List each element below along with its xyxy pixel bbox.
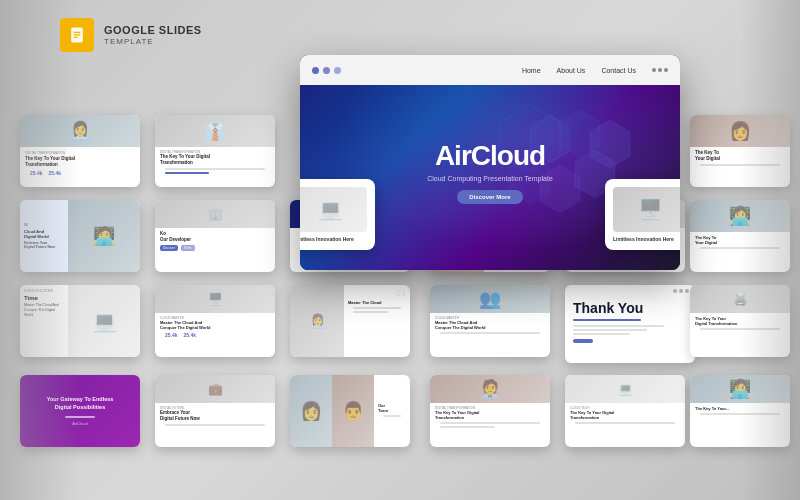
slide-2-title: The Key To Your DigitalTransformation [160, 154, 270, 166]
main-slide-background: 💻 Limitless Innovation Here AirCloud Clo… [300, 85, 680, 270]
slide-17-line [165, 424, 265, 426]
slide-9-line [700, 247, 780, 249]
slide-card-10: Cloud Solutions Time Master The Cloud An… [20, 285, 140, 357]
slide-16-sub: AirCloud [72, 421, 87, 426]
slide-1-title: The Key To Your DigitalTransformation [25, 156, 135, 168]
slide-card-13: 👥 CLOUD MASTER Master The Cloud AndConqu… [430, 285, 550, 357]
slide-1-image: 👩‍💼 [20, 115, 140, 147]
header: GOOGLE SLIDES TEMPLATE [60, 18, 202, 52]
floating-card-right-image: 🖥️ [613, 187, 680, 232]
slide-13-line [440, 332, 540, 334]
svg-rect-1 [74, 32, 81, 33]
slide-20-body: CLOUD TECH The Key To Your DigitalTransf… [565, 403, 685, 429]
header-text: GOOGLE SLIDES TEMPLATE [104, 24, 202, 46]
aircloud-subtitle: Cloud Computing Presentation Template [390, 175, 590, 182]
slide-20-image: 💻 [565, 375, 685, 403]
slide-card-15: 🖨️ The Key To YourDigital Transformation [690, 285, 790, 357]
slide-12-line2 [353, 311, 388, 313]
slide-21-image: 👩‍💻 [690, 375, 790, 403]
google-slides-icon [60, 18, 94, 52]
slide-card-11: 🖥️ CLOUD MASTER Master The Cloud AndConq… [155, 285, 275, 357]
ty-dot-3 [685, 289, 689, 293]
nav-home[interactable]: Home [522, 67, 541, 74]
slide-12-content: 01 Master The Cloud [344, 285, 410, 357]
slide-17-title: Embrace YourDigital Future Now [160, 410, 270, 422]
slide-2-image: 👔 [155, 115, 275, 147]
slide-12-number: 01 [348, 289, 406, 298]
slide-19-line2 [440, 426, 495, 428]
slide-21-title: The Key To Your... [695, 406, 785, 411]
slide-11-stat2: 25.4k [184, 332, 197, 338]
slide-card-5: 🏢 KoOur Developer Discover Slides [155, 200, 275, 272]
slide-10-inner: Cloud Solutions Time Master The Cloud An… [20, 285, 140, 357]
slide-12-line [353, 307, 401, 309]
ty-dot-2 [679, 289, 683, 293]
slide-11-body: CLOUD MASTER Master The Cloud AndConquer… [155, 313, 275, 343]
slide-card-17: 💼 DIGITAL FUTURE Embrace YourDigital Fut… [155, 375, 275, 447]
slide-18-line [383, 415, 401, 417]
nav-dots [312, 67, 341, 74]
slide-5-body: KoOur Developer Discover Slides [155, 228, 275, 254]
slide-12-title: Master The Cloud [348, 300, 406, 305]
slide-4-body: Embrace YourDigital Future Now [24, 241, 64, 249]
slide-5-title: KoOur Developer [160, 231, 270, 243]
slide-15-body: The Key To YourDigital Transformation [690, 313, 790, 335]
slide-21-line [700, 413, 780, 415]
thank-you-accent [573, 339, 593, 343]
nav-about[interactable]: About Us [557, 67, 586, 74]
main-slide: Home About Us Contact Us [300, 55, 680, 270]
slide-10-tag: Cloud Solutions [24, 289, 64, 293]
slide-4-title: Cloud AndDigital World [24, 229, 64, 239]
slide-1-stats: 25.4k 25.4k [25, 168, 135, 178]
floating-card-right: 🖥️ Limitless Innovation Here [605, 179, 680, 251]
slide-5-btn1: Discover [160, 245, 178, 251]
floating-card-left-text: Limitless Innovation Here [300, 236, 367, 243]
slide-9-body: The Key ToYour Digital [690, 232, 790, 254]
slide-3-body: The Key ToYour Digital [690, 147, 790, 171]
slide-18-inner: 👩 👨 OurTeam [290, 375, 410, 447]
nav-links: Home About Us Contact Us [522, 67, 636, 74]
slide-11-image: 🖥️ [155, 285, 275, 313]
thank-you-line [573, 319, 641, 321]
slide-card-19: 🧑‍💼 DIGITAL TRANSFORMATION The Key To Yo… [430, 375, 550, 447]
slide-16-line [65, 416, 95, 418]
slide-17-image: 💼 [155, 375, 275, 403]
slide-card-1: 👩‍💼 DIGITAL TRANSFORMATION The Key To Yo… [20, 115, 140, 187]
slide-card-3: 👩 The Key ToYour Digital [690, 115, 790, 187]
ty-text-line-1 [573, 325, 664, 327]
ty-dot-1 [673, 289, 677, 293]
slide-19-title: The Key To Your DigitalTransformation [435, 410, 545, 420]
slide-17-body: DIGITAL FUTURE Embrace YourDigital Futur… [155, 403, 275, 431]
slide-19-image: 🧑‍💼 [430, 375, 550, 403]
floating-card-left: 💻 Limitless Innovation Here [300, 179, 375, 251]
slide-card-20: 💻 CLOUD TECH The Key To Your DigitalTran… [565, 375, 685, 447]
slide-11-stat1: 25.4k [165, 332, 178, 338]
header-subtitle: TEMPLATE [104, 37, 202, 46]
slide-1-stat-1: 25.4k [30, 170, 43, 176]
slide-13-body: CLOUD MASTER Master The Cloud AndConquer… [430, 313, 550, 339]
slide-1-stat-2: 25.4k [49, 170, 62, 176]
slide-4-left: 09 Cloud AndDigital World Embrace YourDi… [20, 200, 68, 272]
slide-10-image: 💻 [68, 285, 140, 357]
slide-15-title: The Key To YourDigital Transformation [695, 316, 785, 326]
slide-9-title: The Key ToYour Digital [695, 235, 785, 245]
main-slide-nav: Home About Us Contact Us [300, 55, 680, 85]
slide-19-body: DIGITAL TRANSFORMATION The Key To Your D… [430, 403, 550, 433]
slide-18-image1: 👩 [290, 375, 332, 447]
slide-20-line [575, 422, 675, 424]
slide-3-image: 👩 [690, 115, 790, 147]
slide-1-body: DIGITAL TRANSFORMATION The Key To Your D… [20, 147, 140, 181]
more-dot-2 [658, 68, 662, 72]
slide-15-image: 🖨️ [690, 285, 790, 313]
slide-13-image: 👥 [430, 285, 550, 313]
slide-11-title: Master The Cloud AndConquer The Digital … [160, 320, 270, 330]
nav-more-dots [652, 68, 668, 72]
slide-5-btn2: Slides [181, 245, 195, 251]
slide-card-18: 👩 👨 OurTeam [290, 375, 410, 447]
discover-more-button[interactable]: Discover More [457, 190, 522, 204]
thank-you-dots [565, 285, 695, 295]
slide-2-body: DIGITAL TRANSFORMATION The Key To Your D… [155, 147, 275, 179]
slide-18-content: OurTeam [374, 375, 410, 447]
slide-10-body: Master The Cloud And Conquer The Digital… [24, 303, 64, 318]
nav-contact[interactable]: Contact Us [601, 67, 636, 74]
